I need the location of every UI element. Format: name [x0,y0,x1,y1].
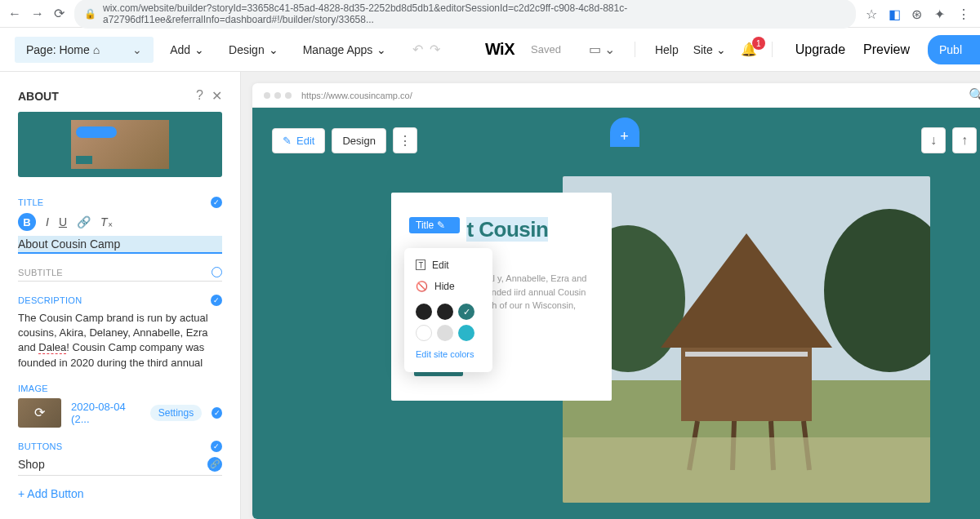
svg-rect-6 [685,352,808,357]
about-panel: ABOUT ? ✕ TITLE ✓ B I U 🔗 Tₓ About Cousi… [0,72,241,519]
color-swatch[interactable] [416,304,432,320]
section-thumbnail[interactable] [18,112,222,177]
image-thumbnail[interactable]: ⟳ [18,398,61,428]
italic-button[interactable]: I [46,215,49,228]
wix-toolbar: Page: Home ⌂ ⌄ Add⌄ Design⌄ Manage Apps⌄… [0,28,980,72]
buttons-field-label: BUTTONS [18,441,62,451]
upgrade-link[interactable]: Upgrade [795,42,845,57]
color-swatch[interactable] [458,325,474,341]
check-icon[interactable]: ✓ [212,407,222,419]
check-icon[interactable]: ✓ [211,197,222,208]
extension-icon-1[interactable]: ◧ [889,7,903,21]
extension-icon-2[interactable]: ⊛ [911,7,926,21]
subtitle-field-label: SUBTITLE [18,268,63,277]
move-up-button[interactable]: ↑ [952,127,977,153]
star-icon[interactable]: ☆ [866,7,880,21]
underline-button[interactable]: U [59,215,67,228]
button-item[interactable]: Shop 🔗 [18,457,222,476]
desktop-icon: ▭ [589,42,601,57]
wix-logo: WiX [485,40,514,59]
redo-icon[interactable]: ↷ [430,42,440,57]
image-filename[interactable]: 2020-08-04 (2... [71,401,140,425]
image-settings-button[interactable]: Settings [150,405,202,421]
chevron-down-icon: ⌄ [604,42,615,57]
chevron-down-icon: ⌄ [376,43,386,56]
extensions-icon[interactable]: ✦ [934,7,949,21]
help-icon[interactable]: ? [196,88,203,104]
manage-apps-menu[interactable]: Manage Apps⌄ [295,37,395,63]
chevron-down-icon: ⌄ [269,43,278,56]
title-field-label: TITLE [18,197,43,207]
chevron-down-icon: ⌄ [194,43,204,56]
image-field-label: IMAGE [18,384,48,393]
color-swatch[interactable] [437,304,453,320]
reload-icon[interactable]: ⟳ [54,6,65,21]
lock-icon: 🔒 [84,8,96,20]
site-menu[interactable]: Site ⌄ [693,43,726,56]
notifications-button[interactable]: 🔔 1 [741,42,773,57]
back-icon[interactable]: ← [8,7,21,21]
title-edit-popup: 🅃Edit 🚫Hide Edit s [404,248,492,372]
subtitle-toggle[interactable] [212,267,222,277]
color-swatch-selected[interactable] [458,304,474,320]
save-status: Saved [531,43,561,55]
edit-site-colors-link[interactable]: Edit site colors [404,344,492,366]
undo-icon[interactable]: ↶ [412,42,423,57]
preview-url-bar: https://www.cousincamp.co/ 🔍 [252,83,980,108]
add-button-link[interactable]: + Add Button [18,487,222,500]
text-icon: 🅃 [416,260,425,271]
check-icon[interactable]: ✓ [211,441,222,452]
chevron-down-icon: ⌄ [132,43,142,56]
editor-canvas: https://www.cousincamp.co/ 🔍 + ✎Edit Des… [241,72,980,519]
about-card[interactable]: Title ✎ About Cousin 🅃Edit 🚫Hide [391,193,612,401]
help-link[interactable]: Help [655,43,679,56]
section-design-button[interactable]: Design [332,128,385,153]
url-text: wix.com/website/builder?storyId=33658c41… [103,2,846,25]
menu-icon[interactable]: ⋮ [957,7,972,21]
pencil-icon: ✎ [437,220,445,231]
popup-edit-option[interactable]: 🅃Edit [404,255,492,276]
device-switcher[interactable]: ▭ ⌄ [589,42,635,57]
color-swatch[interactable] [437,325,453,341]
notification-badge: 1 [752,37,765,50]
bold-button[interactable]: B [18,213,36,231]
design-menu[interactable]: Design⌄ [220,37,287,63]
close-icon[interactable]: ✕ [212,88,222,104]
section-edit-button[interactable]: ✎Edit [272,128,325,153]
description-input[interactable]: The Cousin Camp brand is run by actual c… [18,311,222,370]
url-bar[interactable]: 🔒 wix.com/website/builder?storyId=33658c… [74,0,856,29]
section-more-button[interactable]: ⋮ [393,127,417,153]
about-image[interactable] [563,176,930,503]
page-selector-label: Page: Home ⌂ [26,43,100,56]
description-field-label: DESCRIPTION [18,295,82,305]
add-section-button[interactable]: + [610,118,639,147]
browser-chrome: ← → ⟳ 🔒 wix.com/website/builder?storyId=… [0,0,980,28]
hide-icon: 🚫 [416,281,428,292]
title-input[interactable]: About Cousin Camp [18,236,222,254]
svg-rect-11 [563,437,930,503]
svg-rect-5 [681,348,812,421]
title-selection-chip[interactable]: Title ✎ [409,217,460,233]
link-icon[interactable]: 🔗 [207,457,222,472]
panel-title: ABOUT [18,90,59,103]
pencil-icon: ✎ [283,135,292,147]
add-menu[interactable]: Add⌄ [162,37,212,63]
popup-hide-option[interactable]: 🚫Hide [404,276,492,297]
text-format-bar: B I U 🔗 Tₓ [18,213,222,231]
preview-link[interactable]: Preview [863,42,910,57]
check-icon[interactable]: ✓ [211,295,222,306]
forward-icon[interactable]: → [31,7,44,21]
publish-button[interactable]: Publ [928,35,980,64]
clear-format-button[interactable]: Tₓ [100,215,113,228]
search-icon[interactable]: 🔍 [969,87,980,103]
preview-url: https://www.cousincamp.co/ [301,91,959,100]
color-swatch[interactable] [416,325,432,341]
link-button[interactable]: 🔗 [77,215,91,228]
replace-icon: ⟳ [34,405,45,420]
move-down-button[interactable]: ↓ [921,127,946,153]
page-selector[interactable]: Page: Home ⌂ ⌄ [15,37,154,63]
color-swatches [404,297,492,344]
